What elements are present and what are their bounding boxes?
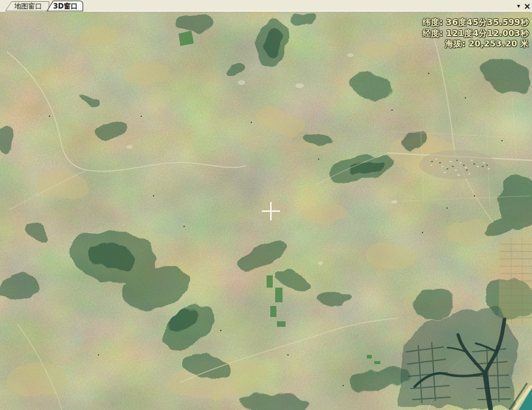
tab-scroll-menu-icon[interactable]: ▾ <box>517 2 520 9</box>
tab-bar: 地图窗口 3D窗口 ▾ × <box>0 0 532 12</box>
tab-map-window-label[interactable]: 地图窗口 <box>14 2 42 10</box>
town-area <box>419 150 495 179</box>
map-3d-view[interactable]: 纬度: 36度45分35.599秒 经度: 121度4分12.003秒 海拔: … <box>0 12 532 410</box>
gis-application-window: 地图窗口 3D窗口 ▾ × <box>0 0 532 410</box>
tab-map-window[interactable]: 地图窗口 <box>6 2 49 12</box>
field-grid <box>499 237 532 325</box>
tab-3d-window-label[interactable]: 3D窗口 <box>53 2 78 10</box>
close-icon[interactable]: × <box>523 1 531 11</box>
satellite-terrain-image <box>0 12 532 410</box>
tab-3d-window[interactable]: 3D窗口 <box>47 1 83 12</box>
